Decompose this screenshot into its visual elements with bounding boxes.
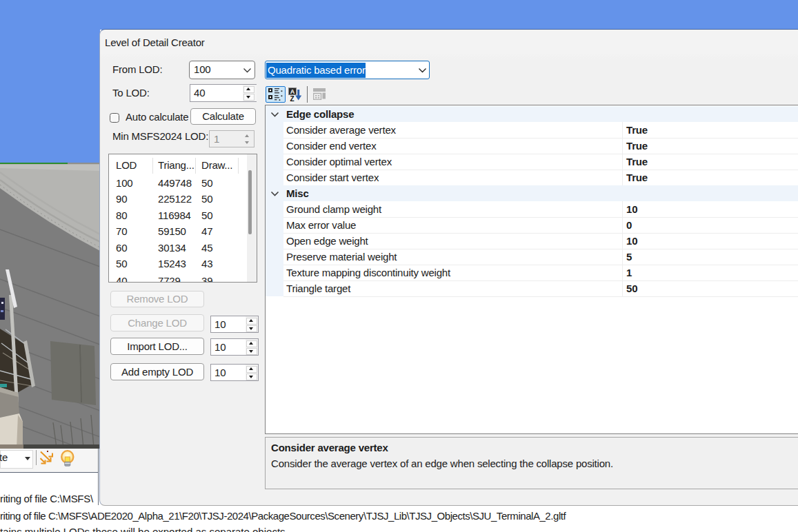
svg-text:A: A xyxy=(290,88,295,95)
svg-text:Z: Z xyxy=(290,95,294,103)
